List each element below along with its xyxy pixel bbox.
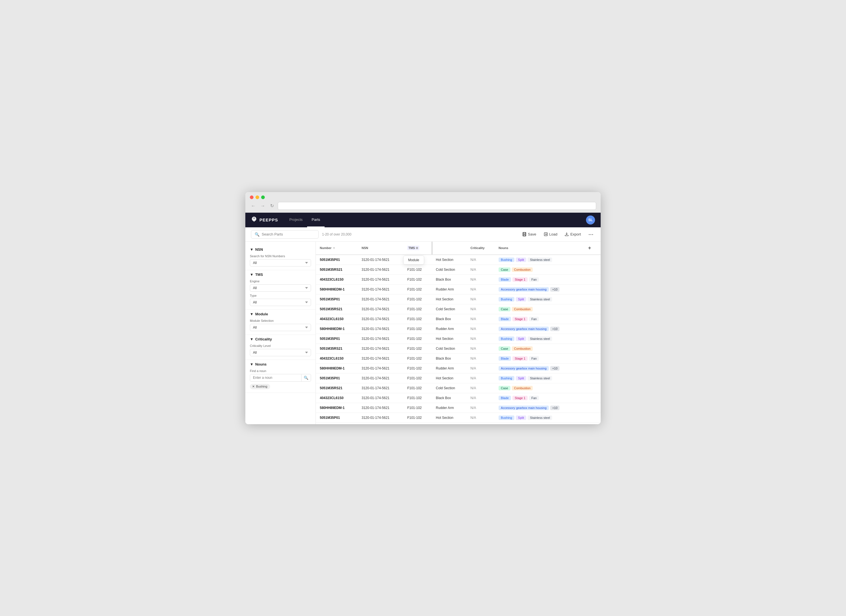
add-column-button[interactable]: + — [586, 244, 593, 251]
forward-button[interactable]: → — [260, 203, 266, 209]
noun-tag[interactable]: Case — [499, 268, 510, 272]
noun-tag[interactable]: Fan — [529, 396, 539, 400]
cell-number[interactable]: 404323CL61S0 — [316, 353, 358, 363]
cell-number[interactable]: 5051M35P01 — [316, 294, 358, 304]
close-button[interactable] — [250, 196, 254, 199]
cell-actions — [582, 353, 601, 363]
back-button[interactable]: ← — [250, 203, 257, 209]
noun-tag[interactable]: Case — [499, 386, 510, 390]
cell-number[interactable]: 580HH89EDM-1 — [316, 363, 358, 373]
cell-nsn: 3120-01-174-5621 — [358, 324, 403, 334]
cell-number[interactable]: 404323CL61S0 — [316, 275, 358, 284]
nav-projects[interactable]: Projects — [285, 213, 307, 227]
nouns-cell: CaseCombustion — [499, 386, 579, 390]
cell-number[interactable]: 5051M35RS21 — [316, 304, 358, 314]
maximize-button[interactable] — [261, 196, 265, 199]
noun-tag[interactable]: Accessory gearbox main housing — [499, 406, 549, 410]
cell-number[interactable]: 5051M35RS21 — [316, 265, 358, 275]
noun-tag[interactable]: Bushing — [499, 337, 514, 341]
more-menu-button[interactable]: ⋯ — [586, 231, 595, 238]
noun-tag[interactable]: Split — [516, 297, 526, 301]
noun-tag[interactable]: Split — [516, 337, 526, 341]
noun-tag[interactable]: Stage 1 — [513, 396, 527, 400]
noun-tag[interactable]: Stainless steel — [527, 297, 552, 301]
export-button[interactable]: Export — [563, 231, 583, 238]
noun-tag[interactable]: Fan — [529, 356, 539, 361]
noun-tag[interactable]: Case — [499, 346, 510, 351]
noun-tag[interactable]: Bushing — [499, 416, 514, 420]
criticality-label: Criticality — [255, 337, 272, 341]
noun-tag[interactable]: Stage 1 — [513, 317, 527, 321]
save-button[interactable]: Save — [521, 231, 538, 238]
noun-tag[interactable]: Accessory gearbox main housing — [499, 326, 549, 331]
noun-tag[interactable]: Blade — [499, 317, 511, 321]
noun-tag[interactable]: Bushing — [499, 297, 514, 301]
cell-number[interactable]: 5051M35RS21 — [316, 344, 358, 353]
cell-nouns: Accessory gearbox main housing +10 — [495, 284, 582, 294]
noun-input[interactable] — [250, 374, 301, 381]
cell-number[interactable]: 580HH89EDM-1 — [316, 284, 358, 294]
noun-tag[interactable]: Fan — [529, 277, 539, 282]
cell-nouns: CaseCombustion — [495, 383, 582, 393]
cell-actions — [582, 324, 601, 334]
noun-tag[interactable]: Combustion — [512, 307, 533, 312]
noun-search-button[interactable]: 🔍 — [301, 374, 311, 381]
noun-tag[interactable]: Split — [516, 257, 526, 262]
noun-tag[interactable]: Stainless steel — [527, 376, 552, 381]
noun-tag[interactable]: Accessory gearbox main housing — [499, 366, 549, 370]
noun-tag[interactable]: Combustion — [512, 268, 533, 272]
cell-number[interactable]: 580HH89EDM-1 — [316, 403, 358, 413]
search-box: 🔍 — [251, 230, 319, 239]
nsn-select[interactable]: All — [250, 259, 311, 266]
filter-title-tms[interactable]: ▼ TMS — [250, 272, 311, 277]
noun-tag[interactable]: Stainless steel — [527, 416, 552, 420]
active-filter-bushing[interactable]: ✕ Bushing — [250, 384, 270, 389]
criticality-select[interactable]: All — [250, 349, 311, 356]
cell-number[interactable]: 5051M35RS21 — [316, 383, 358, 393]
nav-parts[interactable]: Parts — [307, 213, 325, 227]
cell-number[interactable]: 580HH89EDM-1 — [316, 324, 358, 334]
noun-tag[interactable]: Split — [516, 376, 526, 381]
noun-tag[interactable]: Bushing — [499, 376, 514, 381]
noun-tag[interactable]: Fan — [529, 317, 539, 321]
filter-title-module[interactable]: ▼ Module — [250, 312, 311, 316]
cell-module: Hot Section — [432, 255, 467, 265]
cell-module: Hot Section — [432, 413, 467, 422]
noun-tag[interactable]: Split — [516, 416, 526, 420]
cell-number[interactable]: 5051M35P01 — [316, 413, 358, 422]
noun-tag[interactable]: Combustion — [512, 346, 533, 351]
load-button[interactable]: Load — [542, 231, 559, 238]
col-tms-label[interactable]: TMS ⚙ — [407, 246, 419, 250]
filter-title-nsn[interactable]: ▼ NSN — [250, 247, 311, 251]
engine-select[interactable]: All — [250, 284, 311, 292]
filter-title-nouns[interactable]: ▼ Nouns — [250, 362, 311, 366]
type-select[interactable]: All — [250, 299, 311, 306]
cell-number[interactable]: 404323CL61S0 — [316, 393, 358, 403]
noun-tag[interactable]: Stainless steel — [527, 257, 552, 262]
noun-tag[interactable]: Case — [499, 307, 510, 312]
module-select[interactable]: All — [250, 324, 311, 331]
cell-number[interactable]: 5051M35P01 — [316, 373, 358, 383]
col-sort-number[interactable]: Number ▼ — [320, 246, 335, 250]
noun-tag[interactable]: Combustion — [512, 386, 533, 390]
noun-tag[interactable]: Blade — [499, 396, 511, 400]
cell-number[interactable]: 5051M35RS21 — [316, 422, 358, 424]
search-input[interactable] — [262, 232, 315, 236]
cell-number[interactable]: 5051M35P01 — [316, 255, 358, 265]
noun-tag[interactable]: Blade — [499, 277, 511, 282]
address-bar[interactable] — [278, 202, 596, 210]
noun-tag[interactable]: Bushing — [499, 257, 514, 262]
noun-tag[interactable]: Stainless steel — [527, 337, 552, 341]
filter-title-criticality[interactable]: ▼ Criticality — [250, 337, 311, 341]
noun-tag[interactable]: Stage 1 — [513, 356, 527, 361]
cell-number[interactable]: 5051M35P01 — [316, 334, 358, 344]
noun-tag[interactable]: Blade — [499, 356, 511, 361]
minimize-button[interactable] — [256, 196, 259, 199]
noun-tag[interactable]: Accessory gearbox main housing — [499, 287, 549, 292]
noun-tag[interactable]: Stage 1 — [513, 277, 527, 282]
refresh-button[interactable]: ↻ — [269, 203, 275, 209]
cell-tms: F101-102 — [403, 373, 432, 383]
user-avatar[interactable]: SL — [586, 216, 595, 225]
cell-nouns: CaseCombustion — [495, 304, 582, 314]
cell-number[interactable]: 404323CL61S0 — [316, 314, 358, 324]
